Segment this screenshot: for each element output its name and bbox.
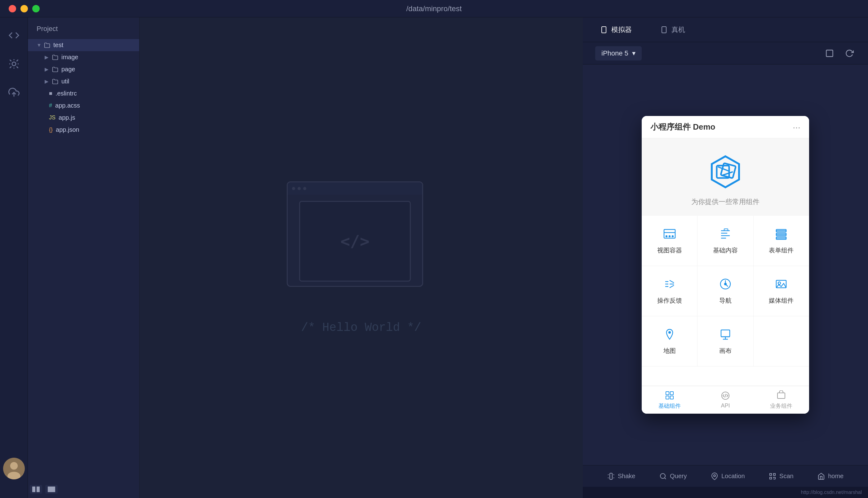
svg-point-40 bbox=[778, 282, 780, 284]
svg-point-54 bbox=[660, 473, 665, 479]
query-button[interactable]: Query bbox=[659, 473, 687, 480]
browser-mockup: </> bbox=[287, 181, 423, 287]
tree-item-app-acss[interactable]: # app.acss bbox=[28, 100, 139, 112]
tree-item-image[interactable]: ▶ image bbox=[28, 51, 139, 63]
avatar[interactable] bbox=[3, 458, 25, 480]
browser-dot bbox=[303, 187, 306, 190]
svg-rect-65 bbox=[37, 486, 40, 492]
svg-rect-64 bbox=[32, 486, 35, 492]
canvas-icon bbox=[719, 327, 732, 342]
svg-line-55 bbox=[665, 477, 666, 479]
feedback-icon bbox=[663, 277, 677, 292]
device-selector[interactable]: iPhone 5 ▾ bbox=[595, 46, 642, 61]
navigation-icon bbox=[719, 277, 732, 292]
svg-rect-47 bbox=[670, 392, 673, 395]
grid-menu: 视图容器 bbox=[642, 216, 809, 367]
tree-label: test bbox=[53, 41, 63, 49]
tree-item-test[interactable]: ▼ test bbox=[28, 39, 139, 51]
grid-cell-canvas[interactable]: 画布 bbox=[697, 316, 753, 366]
debug-icon[interactable] bbox=[5, 55, 23, 73]
minimize-dot[interactable] bbox=[21, 5, 28, 12]
form-label: 表单组件 bbox=[769, 246, 793, 254]
map-label: 地图 bbox=[664, 347, 676, 355]
tree-arrow: ▼ bbox=[37, 42, 41, 48]
svg-rect-48 bbox=[666, 396, 669, 399]
tab-simulator[interactable]: 模拟器 bbox=[595, 23, 637, 37]
grid-cell-media[interactable]: 媒体组件 bbox=[753, 266, 809, 316]
svg-rect-52 bbox=[777, 393, 785, 398]
basic-content-label: 基础内容 bbox=[713, 246, 738, 254]
file-icon: JS bbox=[49, 115, 55, 121]
tab-business[interactable]: 业务组件 bbox=[753, 386, 809, 414]
tab-business-label: 业务组件 bbox=[770, 402, 792, 410]
scan-button[interactable]: Scan bbox=[769, 473, 793, 480]
tree-label: app.json bbox=[56, 126, 79, 133]
grid-cell-form[interactable]: 表单组件 bbox=[753, 216, 809, 266]
grid-cell-navigation[interactable]: 导航 bbox=[697, 266, 753, 316]
code-icon[interactable] bbox=[5, 27, 23, 44]
location-button[interactable]: Location bbox=[711, 473, 745, 480]
query-label: Query bbox=[670, 473, 687, 480]
phone-frame-area: 小程序组件 Demo ··· 为你提供一些常用组件 bbox=[583, 65, 868, 465]
layout-btn-split[interactable] bbox=[30, 485, 42, 494]
grid-cell-basic-content[interactable]: 基础内容 bbox=[697, 216, 753, 266]
chevron-down-icon: ▾ bbox=[632, 49, 636, 57]
device-name: iPhone 5 bbox=[601, 49, 628, 57]
tree-label: image bbox=[62, 54, 78, 61]
svg-point-18 bbox=[669, 236, 670, 237]
tab-real-device-label: 真机 bbox=[671, 25, 685, 35]
shake-button[interactable]: Shake bbox=[607, 473, 636, 480]
layout-btn-single[interactable] bbox=[45, 485, 58, 494]
main-layout: Project ▼ test ▶ image ▶ page bbox=[0, 17, 868, 498]
tab-api-label: API bbox=[721, 403, 730, 409]
app-logo bbox=[707, 154, 744, 191]
navigation-label: 导航 bbox=[719, 297, 732, 305]
editor-area: </> /* Hello World */ bbox=[139, 17, 583, 498]
browser-dot bbox=[292, 187, 295, 190]
tree-label: .eslintrc bbox=[55, 90, 77, 97]
svg-rect-59 bbox=[770, 477, 772, 479]
map-icon bbox=[663, 327, 677, 342]
home-label: home bbox=[828, 473, 843, 480]
svg-line-36 bbox=[670, 285, 674, 288]
tab-real-device[interactable]: 真机 bbox=[655, 23, 690, 37]
grid-cell-feedback[interactable]: 操作反馈 bbox=[642, 266, 697, 316]
tree-item-app-js[interactable]: JS app.js bbox=[28, 112, 139, 124]
svg-rect-57 bbox=[770, 473, 772, 475]
svg-point-3 bbox=[10, 462, 18, 470]
grid-cell-view-container[interactable]: 视图容器 bbox=[642, 216, 697, 266]
file-tree-panel: Project ▼ test ▶ image ▶ page bbox=[28, 17, 139, 498]
svg-line-51 bbox=[725, 394, 726, 397]
editor-placeholder: </> /* Hello World */ bbox=[287, 181, 436, 334]
tab-api[interactable]: API bbox=[697, 386, 753, 414]
tree-item-eslintrc[interactable]: ■ .eslintrc bbox=[28, 88, 139, 100]
canvas-label: 画布 bbox=[719, 347, 732, 355]
svg-rect-5 bbox=[602, 27, 606, 33]
app-icon-section: 为你提供一些常用组件 bbox=[642, 138, 809, 216]
status-bar: http://blog.csdn.net/marshal bbox=[583, 487, 868, 498]
tab-basic-components[interactable]: 基础组件 bbox=[642, 386, 697, 414]
bottom-tab-bar: 基础组件 API bbox=[642, 386, 809, 414]
feedback-label: 操作反馈 bbox=[657, 297, 682, 305]
code-bg: </> bbox=[287, 181, 436, 312]
upload-icon[interactable] bbox=[5, 84, 23, 101]
folder-icon bbox=[44, 42, 50, 48]
tree-item-app-json[interactable]: {} app.json bbox=[28, 124, 139, 136]
phone-nav-dots[interactable]: ··· bbox=[793, 122, 800, 132]
close-dot[interactable] bbox=[9, 5, 16, 12]
maximize-dot[interactable] bbox=[32, 5, 40, 12]
svg-rect-58 bbox=[773, 473, 775, 475]
refresh-icon[interactable] bbox=[843, 47, 856, 60]
svg-rect-49 bbox=[670, 396, 673, 399]
svg-point-19 bbox=[672, 236, 673, 237]
tree-item-util[interactable]: ▶ util bbox=[28, 75, 139, 88]
svg-rect-46 bbox=[666, 392, 669, 395]
file-icon: ■ bbox=[49, 90, 52, 97]
grid-cell-map[interactable]: 地图 bbox=[642, 316, 697, 366]
phone-nav-title: 小程序组件 Demo bbox=[650, 121, 715, 132]
tree-item-page[interactable]: ▶ page bbox=[28, 63, 139, 75]
fullscreen-icon[interactable] bbox=[823, 47, 836, 60]
svg-point-17 bbox=[666, 236, 667, 237]
home-button[interactable]: home bbox=[817, 473, 843, 480]
device-bar-right bbox=[823, 47, 856, 60]
